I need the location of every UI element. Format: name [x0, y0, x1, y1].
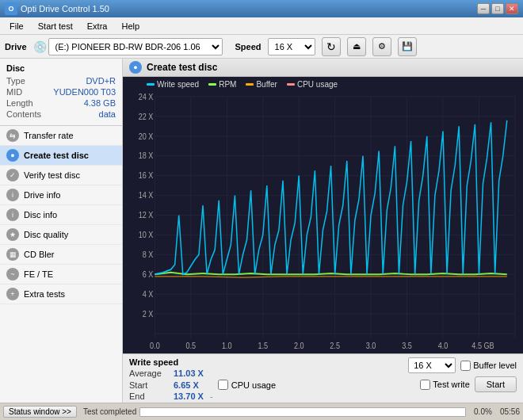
legend-cpu-dot: [287, 83, 295, 86]
nav-disc-info[interactable]: i Disc info: [0, 205, 122, 225]
app-title: Opti Drive Control 1.50: [21, 4, 477, 13]
disc-contents-row: Contents data: [6, 109, 116, 119]
nav-drive-info[interactable]: i Drive info: [0, 185, 122, 205]
disc-type-label: Type: [6, 76, 25, 86]
disc-contents-label: Contents: [6, 109, 41, 119]
nav-bler-icon: ▦: [6, 248, 19, 261]
disc-length-value: 4.38 GB: [84, 98, 116, 108]
buffer-level-row: Buffer level: [460, 361, 517, 371]
svg-text:6 X: 6 X: [143, 269, 154, 279]
speed-label: Speed: [235, 42, 262, 52]
nav-items: ⇆ Transfer rate ● Create test disc ✓ Ver…: [0, 126, 122, 403]
nav-drive-icon: i: [6, 189, 19, 201]
test-write-checkbox[interactable]: [420, 380, 430, 390]
app-icon: O: [5, 2, 17, 15]
svg-text:3.5: 3.5: [402, 341, 412, 350]
stats-average-row: Average 11.03 X: [129, 368, 395, 378]
svg-text:4 X: 4 X: [143, 289, 154, 299]
disc-mid-value: YUDEN000 T03: [53, 87, 116, 97]
disc-contents-value: data: [99, 109, 116, 119]
start-button[interactable]: Start: [475, 376, 517, 392]
menu-bar: File Start test Extra Help: [0, 17, 523, 35]
status-bar: Status window >> Test completed 0.0% 05:…: [0, 403, 523, 420]
svg-text:2.0: 2.0: [294, 341, 304, 350]
svg-text:3.0: 3.0: [366, 341, 376, 350]
legend-buffer-dot: [246, 83, 254, 86]
settings-button[interactable]: ⚙: [372, 37, 391, 56]
menu-start-test[interactable]: Start test: [32, 20, 79, 32]
status-window-button[interactable]: Status window >>: [3, 406, 77, 418]
svg-text:10 X: 10 X: [139, 230, 154, 239]
nav-drive-label: Drive info: [24, 190, 60, 200]
nav-transfer-label: Transfer rate: [24, 131, 74, 140]
svg-text:2 X: 2 X: [143, 309, 154, 319]
main-layout: Disc Type DVD+R MID YUDEN000 T03 Length …: [0, 59, 523, 403]
refresh-button[interactable]: ↻: [322, 37, 341, 56]
legend-write-dot: [147, 83, 155, 86]
title-bar: O Opti Drive Control 1.50 ─ □ ✕: [0, 0, 523, 17]
buffer-level-label: Buffer level: [473, 361, 517, 370]
end-value: 13.70 X: [174, 391, 204, 401]
legend-buffer: Buffer: [246, 80, 277, 89]
average-value: 11.03 X: [174, 368, 204, 378]
svg-text:24 X: 24 X: [139, 92, 154, 101]
nav-disc-info-label: Disc info: [24, 210, 57, 220]
status-time: 05:56: [500, 407, 520, 416]
cpu-usage-checkbox[interactable]: [218, 380, 228, 390]
minimize-button[interactable]: ─: [477, 3, 490, 14]
nav-transfer-rate[interactable]: ⇆ Transfer rate: [0, 126, 122, 146]
stats-left: Write speed Average 11.03 X Start 6.65 X…: [129, 357, 395, 401]
buffer-level-checkbox[interactable]: [460, 361, 471, 371]
test-write-row: Test write Start: [420, 376, 517, 392]
stats-bottom: Write speed Average 11.03 X Start 6.65 X…: [123, 353, 523, 403]
legend-rpm-dot: [208, 83, 216, 86]
chart-svg: 24 X 22 X 20 X 18 X 16 X 14 X 12 X 10 X …: [123, 77, 523, 353]
stats-start-row: Start 6.65 X CPU usage: [129, 380, 395, 390]
nav-quality-label: Disc quality: [24, 230, 68, 239]
drive-bar: Drive 💿 (E:) PIONEER BD-RW BDR-206 1.06 …: [0, 35, 523, 59]
menu-help[interactable]: Help: [115, 20, 146, 32]
stats-right: 16 X Buffer level Test write Start: [408, 357, 517, 392]
disc-mid-label: MID: [6, 87, 22, 97]
disc-type-value: DVD+R: [86, 76, 116, 86]
svg-text:1.0: 1.0: [222, 341, 232, 350]
nav-verify-test-disc[interactable]: ✓ Verify test disc: [0, 166, 122, 185]
nav-fete-label: FE / TE: [24, 269, 53, 279]
content-header-icon: ●: [129, 61, 142, 74]
menu-extra[interactable]: Extra: [81, 20, 114, 32]
svg-text:2.5: 2.5: [330, 341, 340, 350]
svg-text:1.5: 1.5: [258, 341, 268, 350]
drive-label: Drive: [5, 42, 27, 52]
test-write-check-row: Test write: [420, 380, 469, 390]
nav-create-test-disc[interactable]: ● Create test disc: [0, 146, 122, 166]
eject-button[interactable]: ⏏: [347, 37, 366, 56]
nav-bler-label: CD Bler: [24, 250, 55, 259]
chart-area: Write speed RPM Buffer CPU usage: [123, 77, 523, 353]
maximize-button[interactable]: □: [491, 3, 504, 14]
nav-transfer-icon: ⇆: [6, 129, 19, 142]
close-button[interactable]: ✕: [506, 3, 518, 14]
nav-cd-bler[interactable]: ▦ CD Bler: [0, 245, 122, 265]
svg-text:22 X: 22 X: [139, 112, 154, 121]
write-speed-select[interactable]: 16 X: [408, 357, 456, 373]
drive-select[interactable]: (E:) PIONEER BD-RW BDR-206 1.06: [48, 38, 223, 55]
status-progress-bar: [139, 407, 466, 417]
nav-extra-tests[interactable]: + Extra tests: [0, 284, 122, 304]
menu-file[interactable]: File: [3, 20, 30, 32]
nav-verify-label: Verify test disc: [24, 170, 80, 180]
start-value: 6.65 X: [174, 380, 199, 390]
svg-text:8 X: 8 X: [143, 250, 154, 259]
disc-length-row: Length 4.38 GB: [6, 98, 116, 108]
sidebar: Disc Type DVD+R MID YUDEN000 T03 Length …: [0, 59, 123, 403]
legend-rpm: RPM: [208, 80, 236, 89]
content-header-title: Create test disc: [147, 62, 217, 73]
save-button[interactable]: 💾: [398, 37, 417, 56]
nav-disc-quality[interactable]: ★ Disc quality: [0, 225, 122, 245]
end-dash: -: [210, 391, 213, 401]
nav-fe-te[interactable]: ~ FE / TE: [0, 265, 122, 284]
svg-text:18 X: 18 X: [139, 151, 154, 161]
legend-write-speed: Write speed: [147, 80, 199, 89]
speed-select[interactable]: 16 X: [268, 38, 315, 55]
nav-quality-icon: ★: [6, 228, 19, 241]
disc-mid-row: MID YUDEN000 T03: [6, 87, 116, 97]
